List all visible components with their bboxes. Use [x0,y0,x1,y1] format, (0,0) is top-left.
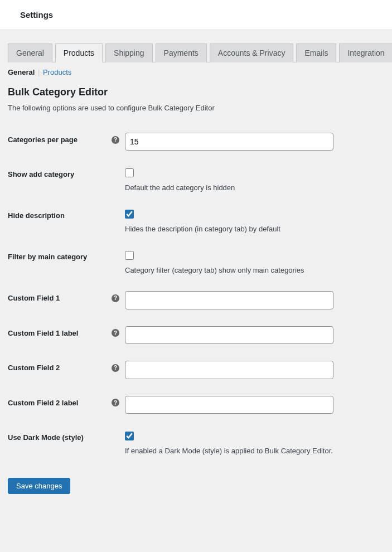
label-custom-field-1-lbl: Custom Field 1 label [8,329,78,337]
label-show-add-category: Show add category [8,170,74,178]
section-description: The following options are used to config… [8,104,392,112]
hide-description-checkbox[interactable] [125,210,134,219]
show-add-category-checkbox[interactable] [125,168,134,177]
sub-nav: General | Products [8,68,392,76]
tab-shipping[interactable]: Shipping [105,43,153,62]
settings-tabs: General Products Shipping Payments Accou… [8,43,392,62]
subnav-separator: | [38,68,40,76]
label-custom-field-1: Custom Field 1 [8,294,60,302]
label-use-dark-mode: Use Dark Mode (style) [8,433,84,442]
tab-products[interactable]: Products [55,43,103,62]
label-hide-description: Hide description [8,211,65,220]
custom-field-1-label-input[interactable] [125,326,333,344]
page-header: Settings [0,0,392,30]
label-custom-field-2-lbl: Custom Field 2 label [8,399,78,407]
save-changes-button[interactable]: Save changes [8,478,70,494]
help-icon[interactable]: ? [112,329,119,337]
desc-show-add-category: Default the add category is hidden [125,183,386,192]
desc-filter-by-main: Category filter (category tab) show only… [125,266,386,274]
custom-field-2-input[interactable] [125,361,333,379]
section-title: Bulk Category Editor [8,86,392,98]
help-icon[interactable]: ? [112,364,119,372]
tab-emails[interactable]: Emails [296,43,336,62]
subnav-products[interactable]: Products [43,68,71,76]
desc-use-dark-mode: If enabled a Dark Mode (style) is applie… [125,447,386,455]
custom-field-1-input[interactable] [125,291,333,309]
tab-payments[interactable]: Payments [156,43,207,62]
settings-form: Categories per page ? Show add category … [8,124,392,463]
help-icon[interactable]: ? [112,136,119,144]
filter-by-main-checkbox[interactable] [125,251,134,260]
label-custom-field-2: Custom Field 2 [8,364,60,372]
help-icon[interactable]: ? [112,294,119,302]
tab-integration[interactable]: Integration [339,43,392,62]
help-icon[interactable]: ? [112,399,119,406]
categories-per-page-input[interactable] [125,133,333,151]
use-dark-mode-checkbox[interactable] [125,432,134,440]
subnav-general[interactable]: General [8,68,35,76]
desc-hide-description: Hides the description (in category tab) … [125,225,386,233]
tab-general[interactable]: General [8,43,52,62]
label-filter-by-main: Filter by main category [8,253,87,261]
page-title: Settings [20,10,392,20]
tab-accounts[interactable]: Accounts & Privacy [210,43,294,62]
custom-field-2-label-input[interactable] [125,396,333,414]
label-categories-per-page: Categories per page [8,135,78,144]
